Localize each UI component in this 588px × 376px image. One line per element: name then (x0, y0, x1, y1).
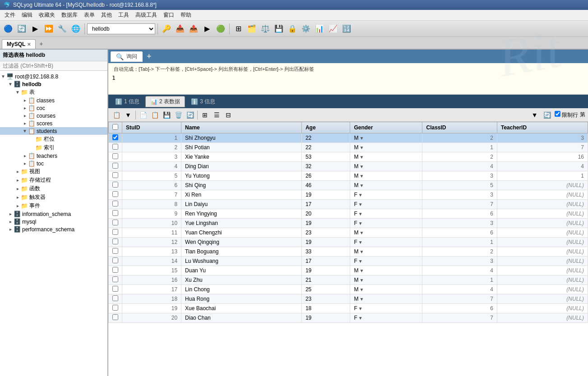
cell-gender-2[interactable]: M▼ (350, 152, 422, 162)
result-tab-0[interactable]: ℹ️1 信息 (110, 96, 144, 107)
result-btn-text[interactable]: ⊟ (223, 110, 234, 120)
menu-table[interactable]: 表单 (81, 10, 97, 20)
cell-teacherid-0[interactable]: 3 (497, 133, 588, 143)
tree-toggle-toc[interactable]: ▸ (22, 161, 28, 166)
gender-dropdown-9[interactable]: ▼ (358, 221, 363, 226)
row-checkbox-17[interactable] (109, 294, 122, 304)
table-row[interactable]: 6 Shi Qing 46 M▼ 5 (NULL) (109, 181, 588, 190)
row-checkbox-5[interactable] (109, 181, 122, 190)
cell-name-16[interactable]: Lin Chong (181, 285, 302, 294)
header-teacherid[interactable]: TeacherID (497, 122, 588, 133)
gender-dropdown-15[interactable]: ▼ (359, 278, 364, 283)
result-btn-copy[interactable]: 📋 (111, 110, 122, 120)
query-tab-main[interactable]: 🔍 询问 (110, 51, 143, 62)
cell-age-11[interactable]: 19 (301, 238, 350, 247)
tree-item-info_schema[interactable]: ▸🗄️information_schema (0, 210, 107, 218)
tree-item-funcs[interactable]: ▸📁函数 (0, 184, 107, 193)
gender-dropdown-8[interactable]: ▼ (358, 211, 363, 216)
cell-teacherid-17[interactable]: (NULL) (497, 294, 588, 304)
cell-teacherid-5[interactable]: (NULL) (497, 181, 588, 190)
tree-item-views[interactable]: ▸📁视图 (0, 167, 107, 176)
cell-age-19[interactable]: 19 (301, 313, 350, 323)
tree-toggle-funcs[interactable]: ▸ (14, 186, 21, 191)
gender-dropdown-14[interactable]: ▼ (359, 268, 364, 273)
cell-age-14[interactable]: 19 (301, 266, 350, 275)
cell-age-0[interactable]: 22 (301, 133, 350, 143)
cell-name-12[interactable]: Tian Boguang (181, 247, 302, 257)
toolbar-extra-btn[interactable]: 🔢 (340, 23, 353, 35)
row-checkbox-18[interactable] (109, 304, 122, 313)
row-checkbox-3[interactable] (109, 162, 122, 171)
row-checkbox-13[interactable] (109, 257, 122, 266)
filter-input[interactable] (0, 61, 107, 71)
cell-classid-18[interactable]: 6 (422, 304, 497, 313)
table-row[interactable]: 15 Duan Yu 19 M▼ 4 (NULL) (109, 266, 588, 275)
toolbar-btn-6[interactable]: 🌐 (69, 23, 82, 35)
table-row[interactable]: 13 Tian Boguang 33 M▼ 2 (NULL) (109, 247, 588, 257)
menu-edit[interactable]: 编辑 (19, 10, 35, 20)
toolbar-grid-btn[interactable]: ⊞ (232, 23, 245, 35)
gender-dropdown-5[interactable]: ▼ (359, 183, 364, 188)
cell-teacherid-16[interactable]: (NULL) (497, 285, 588, 294)
result-btn-grid[interactable]: ⊞ (199, 110, 210, 120)
tree-toggle-students[interactable]: ▼ (22, 128, 28, 133)
menu-tools[interactable]: 工具 (116, 10, 132, 20)
cell-name-0[interactable]: Shi Zhongyu (181, 133, 302, 143)
cell-gender-14[interactable]: M▼ (350, 266, 422, 275)
toolbar-import-btn[interactable]: 📥 (174, 23, 186, 35)
cell-gender-12[interactable]: M▼ (350, 247, 422, 257)
cell-age-1[interactable]: 22 (301, 143, 350, 152)
cell-gender-17[interactable]: M▼ (350, 294, 422, 304)
row-checkbox-16[interactable] (109, 285, 122, 294)
cell-classid-13[interactable]: 3 (422, 257, 497, 266)
cell-age-13[interactable]: 17 (301, 257, 350, 266)
cell-classid-14[interactable]: 4 (422, 266, 497, 275)
tree-item-events[interactable]: ▸📁事件 (0, 202, 107, 210)
tree-item-classes[interactable]: ▸📋classes (0, 96, 107, 104)
toolbar-monitor-btn[interactable]: 📈 (327, 23, 339, 35)
result-btn-copy-dropdown[interactable]: ▼ (123, 110, 134, 120)
row-checkbox-4[interactable] (109, 171, 122, 181)
cell-classid-10[interactable]: 6 (422, 228, 497, 238)
cell-name-6[interactable]: Xi Ren (181, 190, 302, 200)
cell-teacherid-14[interactable]: (NULL) (497, 266, 588, 275)
row-checkbox-2[interactable] (109, 152, 122, 162)
cell-gender-10[interactable]: M▼ (350, 228, 422, 238)
tree-toggle-procs[interactable]: ▸ (14, 178, 21, 183)
tree-toggle-courses[interactable]: ▸ (22, 113, 28, 118)
cell-classid-4[interactable]: 3 (422, 171, 497, 181)
conn-tab-add[interactable]: + (36, 39, 46, 49)
query-text[interactable]: 1 (112, 73, 584, 81)
cell-name-5[interactable]: Shi Qing (181, 181, 302, 190)
tree-item-hellodb[interactable]: ▼🗄️hellodb (0, 80, 107, 88)
tree-item-mysql_db[interactable]: ▸🗄️mysql (0, 218, 107, 225)
cell-name-14[interactable]: Duan Yu (181, 266, 302, 275)
cell-gender-5[interactable]: M▼ (350, 181, 422, 190)
toolbar-btn-1[interactable]: 🔵 (2, 23, 14, 35)
cell-classid-6[interactable]: 3 (422, 190, 497, 200)
cell-gender-13[interactable]: F▼ (350, 257, 422, 266)
result-btn-reload[interactable]: 🔄 (542, 110, 553, 120)
cell-age-18[interactable]: 18 (301, 304, 350, 313)
table-row[interactable]: 10 Yue Lingshan 19 F▼ 3 (NULL) (109, 219, 588, 228)
toolbar-table-btn[interactable]: 📊 (313, 23, 326, 35)
cell-name-1[interactable]: Shi Potian (181, 143, 302, 152)
tree-item-scores[interactable]: ▸📋scores (0, 119, 107, 127)
cell-gender-19[interactable]: F▼ (350, 313, 422, 323)
result-btn-refresh[interactable]: 🔄 (185, 110, 195, 120)
cell-age-10[interactable]: 23 (301, 228, 350, 238)
cell-classid-15[interactable]: 1 (422, 275, 497, 285)
row-checkbox-11[interactable] (109, 238, 122, 247)
toolbar-btn-5[interactable]: 🔧 (56, 23, 69, 35)
cell-classid-16[interactable]: 4 (422, 285, 497, 294)
row-checkbox-19[interactable] (109, 313, 122, 323)
tree-toggle-views[interactable]: ▸ (14, 169, 21, 174)
cell-name-10[interactable]: Yuan Chengzhi (181, 228, 302, 238)
select-all-checkbox[interactable] (112, 124, 118, 130)
tree-item-indexes[interactable]: 📁索引 (0, 143, 107, 152)
query-tab-add[interactable]: + (143, 52, 155, 61)
cell-gender-7[interactable]: F▼ (350, 200, 422, 209)
cell-age-4[interactable]: 26 (301, 171, 350, 181)
cell-classid-8[interactable]: 6 (422, 209, 497, 219)
toolbar-btn-3[interactable]: ▶ (29, 23, 42, 35)
